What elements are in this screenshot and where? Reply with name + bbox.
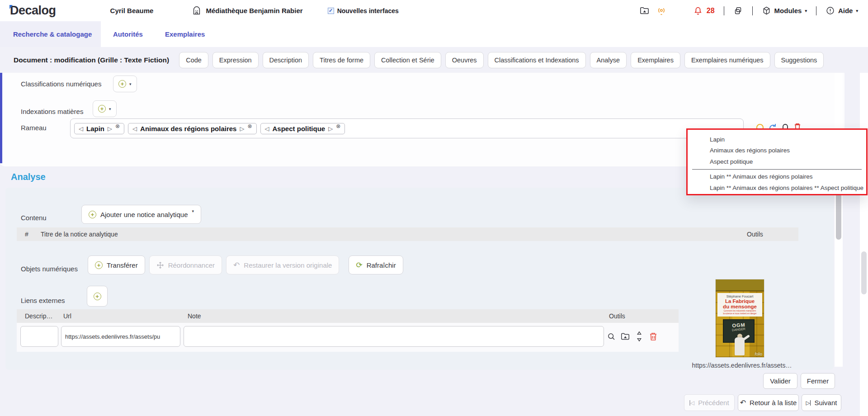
windows-copy-icon[interactable] (733, 6, 743, 16)
section-button-exemplaires[interactable]: Exemplaires (631, 52, 680, 68)
bell-icon[interactable] (781, 121, 789, 128)
liens-externes-label: Liens externes (21, 297, 65, 304)
section-button-analyse[interactable]: Analyse (590, 52, 627, 68)
add-lien-externe-button[interactable]: + (87, 286, 108, 307)
notifications[interactable]: 28 (693, 6, 715, 16)
tab-exemplaires[interactable]: Exemplaires (165, 21, 205, 47)
rafraichir-button[interactable]: ⟳ Rafraîchir (349, 255, 403, 274)
add-analytic-notice-button[interactable]: + Ajouter une notice analytique ▾ (81, 205, 201, 224)
lien-url-input[interactable] (61, 326, 180, 347)
help-menu[interactable]: Aide ▾ (826, 6, 858, 15)
inner-scrollbar-track[interactable] (835, 73, 843, 367)
book-cover-thumbnail[interactable]: Stéphane Foucart La Fabrique du mensonge… (716, 279, 764, 357)
section-button-code[interactable]: Code (179, 52, 208, 68)
help-label: Aide (838, 7, 853, 14)
open-folder-icon[interactable] (620, 331, 630, 342)
cover-person-body (735, 337, 745, 355)
transferer-button[interactable]: + Transférer (88, 255, 145, 274)
library-building-icon (192, 6, 202, 16)
dropdown-item-combination-2[interactable]: Lapin ** Animaux des régions polaires **… (688, 182, 866, 194)
section-button-collection-et-serie[interactable]: Collection et Série (374, 52, 441, 68)
section-button-titres-de-forme[interactable]: Titres de forme (313, 52, 370, 68)
info-icon (826, 6, 835, 15)
move-right-icon[interactable]: ▷ (328, 126, 333, 132)
add-indexation-button[interactable]: + ▾ (93, 100, 117, 117)
remove-chip-icon[interactable]: ⊗ (115, 123, 120, 129)
section-button-description[interactable]: Description (263, 52, 309, 68)
tab-recherche-catalogage[interactable]: Recherche & catalogage (13, 21, 92, 47)
plus-circle-icon: + (95, 261, 103, 269)
new-interfaces-toggle[interactable]: ✓ Nouvelles interfaces (328, 7, 399, 14)
dropdown-item-animaux[interactable]: Animaux des régions polaires (688, 145, 866, 156)
dropdown-item-combination-1[interactable]: Lapin ** Animaux des régions polaires (688, 171, 866, 183)
beacon-icon[interactable] (656, 5, 667, 16)
preview-icon[interactable] (606, 331, 616, 342)
reorder-arrows-icon[interactable] (634, 331, 644, 342)
lien-description-input[interactable] (20, 326, 58, 347)
suivant-button[interactable]: ▷ Suivant (802, 394, 841, 411)
remove-chip-icon[interactable]: ⊗ (247, 123, 252, 129)
section-button-classifications[interactable]: Classifications et Indexations (488, 52, 586, 68)
column-titre-notice: Titre de la notice analytique (41, 231, 118, 238)
column-outils: Outils (609, 312, 625, 320)
cover-title-line2: du mensonge (717, 304, 762, 309)
decalog-logo[interactable]: Decalog (10, 4, 56, 18)
refresh-icon[interactable] (769, 121, 777, 128)
plus-circle-icon: + (118, 80, 126, 88)
column-outils: Outils (747, 231, 763, 238)
lien-note-input[interactable] (184, 326, 604, 347)
skip-previous-icon: ◁ (689, 400, 694, 406)
library-selector[interactable]: Médiathèque Benjamin Rabier (192, 6, 302, 16)
logo-accent-icon (9, 5, 13, 9)
tab-autorites[interactable]: Autorités (113, 21, 143, 47)
rameau-chip-lapin[interactable]: ◁ Lapin ▷ ⊗ (74, 123, 124, 134)
add-analytic-notice-label: Ajouter une notice analytique (100, 211, 188, 218)
rameau-chip-aspect-politique[interactable]: ◁ Aspect politique ▷ ⊗ (260, 123, 345, 134)
reordonnancer-button[interactable]: Réordonnancer (149, 255, 222, 274)
section-button-oeuvres[interactable]: Oeuvres (445, 52, 484, 68)
section-button-exemplaires-numeriques[interactable]: Exemplaires numériques (684, 52, 770, 68)
column-description: Descrip… (25, 312, 52, 320)
page-scrollbar-thumb[interactable] (861, 251, 867, 294)
precedent-button[interactable]: ◁ Précédent (684, 394, 735, 411)
chip-label: Lapin (86, 125, 104, 132)
chevron-down-icon: ▾ (856, 9, 858, 13)
new-interfaces-checkbox[interactable]: ✓ (328, 8, 334, 14)
modules-menu[interactable]: Modules ▾ (762, 6, 807, 15)
rameau-row-actions-clipped (756, 121, 810, 128)
add-classification-button[interactable]: + ▾ (113, 76, 137, 92)
rameau-terms-field[interactable]: ◁ Lapin ▷ ⊗ ◁ Animaux des régions polair… (70, 118, 744, 138)
fermer-button[interactable]: Fermer (801, 373, 835, 389)
delete-icon[interactable] (794, 121, 801, 128)
inner-scrollbar-thumb[interactable] (836, 192, 841, 240)
move-left-icon[interactable]: ◁ (79, 126, 83, 132)
retour-liste-button[interactable]: ↶ Retour à la liste (738, 394, 799, 411)
objets-numeriques-label: Objets numériques (21, 265, 78, 273)
objets-numeriques-actions: + Transférer Réordonnancer ↶ Restaurer l… (88, 255, 403, 274)
section-button-expression[interactable]: Expression (212, 52, 259, 68)
move-left-icon[interactable]: ◁ (132, 126, 137, 132)
move-left-icon[interactable]: ◁ (265, 126, 269, 132)
column-hash: # (25, 231, 28, 238)
cover-background-top (716, 279, 764, 291)
move-right-icon[interactable]: ▷ (108, 126, 112, 132)
history-icon[interactable] (756, 121, 764, 128)
modules-label: Modules (774, 7, 802, 14)
application-window: Decalog Cyril Beaume Médiathèque Benjami… (0, 0, 868, 416)
rameau-chip-animaux[interactable]: ◁ Animaux des régions polaires ▷ ⊗ (128, 123, 256, 134)
current-user-name[interactable]: Cyril Beaume (110, 7, 154, 14)
folder-icon[interactable] (639, 5, 650, 16)
dropdown-item-lapin[interactable]: Lapin (688, 134, 866, 145)
plus-circle-icon: + (94, 293, 101, 300)
remove-chip-icon[interactable]: ⊗ (336, 123, 340, 129)
chevron-down-icon: ▾ (192, 209, 194, 213)
dropdown-item-aspect-politique[interactable]: Aspect politique (688, 156, 866, 167)
cover-source-url[interactable]: https://assets.edenlivres.fr/assets… (683, 362, 801, 369)
restaurer-version-button[interactable]: ↶ Restaurer la version originale (226, 255, 339, 274)
dropdown-divider (692, 169, 862, 170)
valider-button[interactable]: Valider (763, 373, 797, 389)
page-scrollbar-track[interactable] (860, 47, 868, 416)
delete-lien-icon[interactable] (648, 331, 658, 342)
section-button-suggestions[interactable]: Suggestions (774, 52, 824, 68)
move-right-icon[interactable]: ▷ (240, 126, 244, 132)
